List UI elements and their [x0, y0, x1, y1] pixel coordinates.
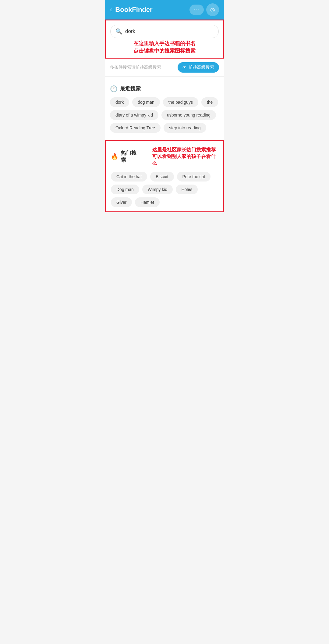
- recent-section-title: 最近搜索: [120, 85, 141, 92]
- recent-tag[interactable]: the: [201, 97, 218, 107]
- recent-tag[interactable]: dog man: [132, 97, 160, 107]
- header: ‹ BookFinder ··· ◎: [105, 0, 224, 20]
- more-options-button[interactable]: ···: [189, 5, 204, 15]
- advanced-button-label: 前往高级搜索: [189, 65, 214, 70]
- search-annotation-line1: 在这里输入手边书籍的书名: [110, 40, 219, 47]
- recent-tag[interactable]: Oxford Reading Tree: [110, 123, 161, 133]
- hot-tag[interactable]: Giver: [111, 197, 132, 207]
- clock-icon: 🕐: [110, 85, 118, 92]
- camera-icon: ◎: [210, 6, 215, 13]
- search-input[interactable]: dork: [125, 28, 214, 34]
- hot-tag[interactable]: Holes: [176, 185, 198, 194]
- hot-searches-section: 🔥 热门搜索 这里是社区家长热门搜索推荐 可以看到别人家的孩子在看什么 Cat …: [105, 140, 224, 212]
- recent-tag[interactable]: usborne young reading: [161, 110, 216, 120]
- search-area: 🔍 dork 在这里输入手边书籍的书名 点击键盘中的搜索图标搜索: [105, 20, 224, 59]
- advanced-search-row: 多条件搜索请前往高级搜索 👁 前往高级搜索: [105, 59, 224, 77]
- hot-tag[interactable]: Biscuit: [150, 172, 174, 182]
- hot-annotation: 这里是社区家长热门搜索推荐 可以看到别人家的孩子在看什么: [152, 146, 218, 167]
- camera-button[interactable]: ◎: [206, 3, 219, 16]
- back-button[interactable]: ‹: [110, 6, 112, 14]
- hot-tag[interactable]: Dog man: [111, 185, 139, 194]
- search-input-row[interactable]: 🔍 dork: [110, 25, 219, 38]
- recent-tags-container: dorkdog manthe bad guysthediary of a wim…: [110, 97, 219, 133]
- advanced-hint: 多条件搜索请前往高级搜索: [110, 65, 161, 70]
- search-annotation: 在这里输入手边书籍的书名 点击键盘中的搜索图标搜索: [110, 40, 219, 55]
- hot-tags-container: Cat in the hatBiscuitPete the catDog man…: [111, 172, 218, 207]
- bottom-empty: [105, 212, 224, 273]
- hot-tag[interactable]: Pete the cat: [177, 172, 211, 182]
- recent-tag[interactable]: diary of a wimpy kid: [110, 110, 158, 120]
- recent-searches-section: 🕐 最近搜索 dorkdog manthe bad guysthediary o…: [105, 80, 224, 137]
- advanced-search-button[interactable]: 👁 前往高级搜索: [178, 62, 219, 73]
- app-title: BookFinder: [115, 6, 152, 14]
- search-annotation-line2: 点击键盘中的搜索图标搜索: [110, 47, 219, 55]
- hot-tag[interactable]: Cat in the hat: [111, 172, 147, 182]
- recent-tag[interactable]: dork: [110, 97, 129, 107]
- hot-section-title: 热门搜索: [121, 149, 141, 164]
- hot-annotation-line1: 这里是社区家长热门搜索推荐: [152, 146, 218, 153]
- header-left: ‹ BookFinder: [110, 6, 153, 14]
- header-right: ··· ◎: [189, 3, 219, 16]
- phone-container: ‹ BookFinder ··· ◎ 🔍 dork 在这里输入手边书籍的书名 点…: [105, 0, 224, 273]
- recent-tag[interactable]: the bad guys: [163, 97, 198, 107]
- hot-annotation-line2: 可以看到别人家的孩子在看什么: [152, 153, 218, 167]
- fire-icon: 🔥: [111, 153, 119, 160]
- hot-section-header: 🔥 热门搜索 这里是社区家长热门搜索推荐 可以看到别人家的孩子在看什么: [111, 146, 218, 167]
- hot-tag[interactable]: Hamlet: [135, 197, 159, 207]
- eye-icon: 👁: [182, 65, 187, 70]
- recent-tag[interactable]: step into reading: [164, 123, 206, 133]
- recent-section-header: 🕐 最近搜索: [110, 85, 219, 92]
- search-icon: 🔍: [115, 28, 122, 35]
- hot-tag[interactable]: Wimpy kid: [142, 185, 173, 194]
